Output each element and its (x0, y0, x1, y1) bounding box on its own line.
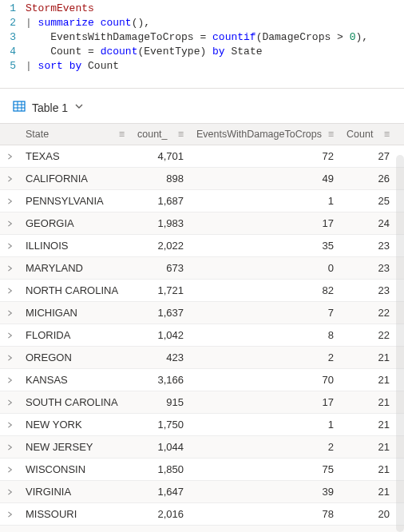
line-number: 4 (0, 45, 26, 59)
cell-state: PENNSYLVANIA (19, 190, 131, 212)
cell-events-damage: 78 (190, 503, 340, 525)
column-menu-icon[interactable]: ≡ (178, 129, 184, 140)
code-content[interactable]: Count = dcount(EventType) by State (26, 45, 262, 59)
code-content[interactable]: EventsWithDamageToCrops = countif(Damage… (26, 30, 368, 45)
line-number: 2 (0, 16, 26, 30)
cell-events-damage: 17 (190, 212, 340, 234)
cell-events-damage: 2 (190, 436, 340, 458)
cell-events-damage: 22 (190, 526, 340, 532)
cell-events-damage: 0 (190, 257, 340, 279)
column-menu-icon[interactable]: ≡ (119, 129, 125, 140)
column-header-events-damage[interactable]: EventsWithDamageToCrops ≡ (190, 124, 340, 145)
table-row[interactable]: INDIANA1,1642220 (0, 526, 404, 532)
expand-row-icon[interactable] (0, 257, 19, 279)
cell-events-damage: 39 (190, 481, 340, 502)
cell-events-damage: 1 (190, 190, 340, 212)
query-editor[interactable]: 1StormEvents2| summarize count(),3 Event… (0, 0, 404, 89)
expand-row-icon[interactable] (0, 280, 19, 301)
expand-row-icon[interactable] (0, 414, 19, 435)
column-label: Count (347, 129, 373, 140)
cell-count_: 898 (131, 168, 190, 189)
cell-count: 21 (340, 369, 396, 391)
line-number: 1 (0, 2, 26, 16)
table-row[interactable]: MARYLAND673023 (0, 257, 404, 280)
expand-row-icon[interactable] (0, 212, 19, 234)
cell-state: WISCONSIN (19, 459, 131, 480)
expand-row-icon[interactable] (0, 145, 19, 167)
scrollbar[interactable] (396, 155, 404, 532)
column-header-state[interactable]: State ≡ (19, 124, 131, 145)
expand-row-icon[interactable] (0, 324, 19, 346)
cell-count_: 673 (131, 257, 190, 279)
table-row[interactable]: WISCONSIN1,8507521 (0, 459, 404, 481)
cell-state: SOUTH CAROLINA (19, 391, 131, 413)
cell-count_: 1,983 (131, 212, 190, 234)
cell-count_: 4,701 (131, 145, 190, 167)
cell-events-damage: 82 (190, 280, 340, 301)
cell-count: 21 (340, 391, 396, 413)
cell-count: 21 (340, 414, 396, 435)
expand-row-icon[interactable] (0, 391, 19, 413)
editor-line[interactable]: 4 Count = dcount(EventType) by State (0, 45, 404, 59)
table-row[interactable]: NORTH CAROLINA1,7218223 (0, 280, 404, 302)
column-header-count[interactable]: Count ≡ (340, 124, 396, 145)
column-menu-icon[interactable]: ≡ (384, 129, 390, 140)
table-row[interactable]: MISSOURI2,0167820 (0, 503, 404, 526)
editor-line[interactable]: 1StormEvents (0, 2, 404, 16)
editor-line[interactable]: 3 EventsWithDamageToCrops = countif(Dama… (0, 30, 404, 45)
cell-count: 20 (340, 526, 396, 532)
code-content[interactable]: | summarize count(), (26, 16, 150, 30)
editor-line[interactable]: 2| summarize count(), (0, 16, 404, 30)
tab-table-1[interactable]: Table 1 (32, 101, 68, 114)
cell-count_: 1,750 (131, 414, 190, 435)
expand-row-icon[interactable] (0, 526, 19, 532)
expand-row-icon[interactable] (0, 302, 19, 324)
cell-count: 21 (340, 347, 396, 368)
column-label: EventsWithDamageToCrops (196, 129, 322, 140)
expand-row-icon[interactable] (0, 503, 19, 525)
expand-row-icon[interactable] (0, 190, 19, 212)
cell-state: NORTH CAROLINA (19, 280, 131, 301)
cell-count_: 1,687 (131, 190, 190, 212)
expand-row-icon[interactable] (0, 481, 19, 502)
table-row[interactable]: CALIFORNIA8984926 (0, 168, 404, 190)
table-row[interactable]: PENNSYLVANIA1,687125 (0, 190, 404, 212)
cell-state: NEW YORK (19, 414, 131, 435)
expand-row-icon[interactable] (0, 168, 19, 189)
expand-row-icon[interactable] (0, 459, 19, 480)
cell-count_: 1,647 (131, 481, 190, 502)
column-header-count_[interactable]: count_ ≡ (131, 124, 190, 145)
cell-count_: 1,637 (131, 302, 190, 324)
table-row[interactable]: NEW JERSEY1,044221 (0, 436, 404, 459)
table-row[interactable]: KANSAS3,1667021 (0, 369, 404, 391)
column-label: count_ (137, 129, 168, 140)
cell-count_: 1,850 (131, 459, 190, 480)
cell-events-damage: 7 (190, 302, 340, 324)
table-row[interactable]: ILLINOIS2,0223523 (0, 235, 404, 257)
chevron-down-icon[interactable] (74, 101, 84, 113)
code-content[interactable]: | sort by Count (26, 59, 119, 73)
cell-count: 25 (340, 190, 396, 212)
expand-row-icon[interactable] (0, 369, 19, 391)
expand-row-icon[interactable] (0, 235, 19, 256)
table-row[interactable]: GEORGIA1,9831724 (0, 212, 404, 235)
table-row[interactable]: TEXAS4,7017227 (0, 145, 404, 168)
expand-row-icon[interactable] (0, 436, 19, 458)
results-grid: State ≡ count_ ≡ EventsWithDamageToCrops… (0, 123, 404, 532)
editor-line[interactable]: 5| sort by Count (0, 59, 404, 73)
code-content[interactable]: StormEvents (26, 2, 94, 16)
cell-count: 24 (340, 212, 396, 234)
table-row[interactable]: VIRGINIA1,6473921 (0, 481, 404, 503)
svg-rect-0 (14, 101, 25, 111)
table-row[interactable]: SOUTH CAROLINA9151721 (0, 391, 404, 414)
cell-count: 23 (340, 257, 396, 279)
table-row[interactable]: MICHIGAN1,637722 (0, 302, 404, 324)
table-row[interactable]: NEW YORK1,750121 (0, 414, 404, 436)
table-row[interactable]: OREGON423221 (0, 347, 404, 369)
cell-state: MARYLAND (19, 257, 131, 279)
line-number: 5 (0, 59, 26, 73)
expand-row-icon[interactable] (0, 347, 19, 368)
table-row[interactable]: FLORIDA1,042822 (0, 324, 404, 347)
cell-count: 22 (340, 302, 396, 324)
column-menu-icon[interactable]: ≡ (328, 129, 334, 140)
